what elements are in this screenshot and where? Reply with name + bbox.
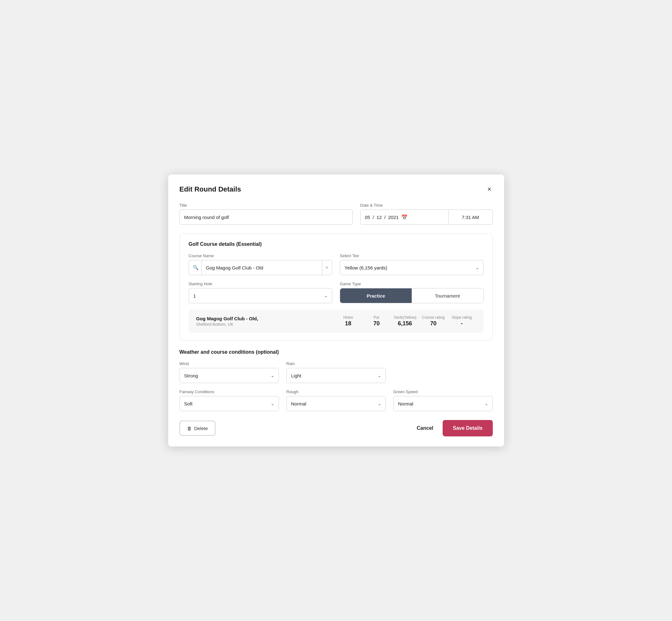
course-name-label: Course Name	[189, 253, 333, 258]
course-name-display: Gog Magog Golf Club - Old,	[196, 316, 334, 321]
wind-rain-row: Wind NoneLightModerateStrong ⌄ Rain None…	[179, 361, 493, 383]
fairway-dropdown[interactable]: SoftNormalHard	[179, 396, 279, 411]
yards-stat: Yards(Yellow) 6,156	[391, 315, 419, 327]
course-name-input[interactable]	[201, 260, 323, 275]
fairway-label: Fairway Conditions	[179, 389, 279, 394]
select-tee-group: Select Tee Yellow (6,156 yards) White Re…	[340, 253, 484, 275]
search-icon: 🔍	[193, 265, 199, 271]
green-speed-label: Green Speed	[393, 389, 493, 394]
slope-rating-value: -	[461, 320, 463, 327]
modal-header: Edit Round Details ×	[179, 184, 493, 194]
rough-wrapper: SoftNormalHard ⌄	[287, 396, 386, 411]
delete-button[interactable]: 🗑 Delete	[179, 421, 215, 436]
course-location: Shelford Bottom, UK	[196, 322, 334, 327]
delete-label: Delete	[194, 426, 208, 431]
starting-hole-game-type-row: Starting Hole 1234 5678 910 ⌄ Game Type …	[189, 282, 484, 303]
time-input-wrapper[interactable]: 7:31 AM	[449, 210, 493, 225]
rain-label: Rain	[287, 361, 386, 366]
starting-hole-wrapper: 1234 5678 910 ⌄	[189, 288, 333, 303]
date-time-row: 05 / 12 / 2021 📅 7:31 AM	[360, 210, 493, 225]
save-button[interactable]: Save Details	[443, 420, 493, 437]
top-row: Title Date & Time 05 / 12 / 2021 📅 7:31 …	[179, 203, 493, 225]
modal-footer: 🗑 Delete Cancel Save Details	[179, 420, 493, 437]
date-input-wrapper[interactable]: 05 / 12 / 2021 📅	[360, 210, 449, 225]
course-info-card: Gog Magog Golf Club - Old, Shelford Bott…	[189, 309, 484, 333]
yards-value: 6,156	[398, 320, 412, 327]
select-tee-dropdown[interactable]: Yellow (6,156 yards) White Red Blue	[340, 260, 484, 275]
rain-dropdown[interactable]: NoneLightModerateHeavy	[287, 368, 386, 383]
fairway-rough-green-row: Fairway Conditions SoftNormalHard ⌄ Roug…	[179, 389, 493, 411]
course-info-name: Gog Magog Golf Club - Old, Shelford Bott…	[196, 316, 334, 327]
modal-title: Edit Round Details	[179, 185, 241, 194]
tournament-button[interactable]: Tournament	[412, 288, 483, 303]
par-value: 70	[373, 320, 380, 327]
green-speed-dropdown[interactable]: SlowNormalFast	[393, 396, 493, 411]
green-speed-group: Green Speed SlowNormalFast ⌄	[393, 389, 493, 411]
course-name-group: Course Name 🔍 ✕	[189, 253, 333, 275]
course-name-wrapper: 🔍 ✕	[189, 260, 333, 275]
select-tee-label: Select Tee	[340, 253, 484, 258]
close-button[interactable]: ×	[486, 184, 493, 194]
date-day: 12	[376, 215, 382, 220]
wind-dropdown[interactable]: NoneLightModerateStrong	[179, 368, 279, 383]
holes-label: Holes	[343, 315, 353, 320]
course-rating-stat: Course rating 70	[419, 315, 448, 327]
rough-group: Rough SoftNormalHard ⌄	[287, 389, 386, 411]
starting-hole-dropdown[interactable]: 1234 5678 910	[189, 288, 333, 303]
date-month: 05	[365, 215, 370, 220]
yards-label: Yards(Yellow)	[393, 315, 416, 320]
cancel-button[interactable]: Cancel	[414, 425, 436, 431]
select-tee-wrapper: Yellow (6,156 yards) White Red Blue ⌄	[340, 260, 484, 275]
slope-rating-stat: Slope rating -	[448, 315, 476, 327]
wind-wrapper: NoneLightModerateStrong ⌄	[179, 368, 279, 383]
game-type-label: Game Type	[340, 282, 484, 286]
calendar-icon[interactable]: 📅	[401, 214, 408, 220]
title-group: Title	[179, 203, 353, 225]
date-group: Date & Time 05 / 12 / 2021 📅 7:31 AM	[360, 203, 493, 225]
par-label: Par	[374, 315, 380, 320]
starting-hole-label: Starting Hole	[189, 282, 333, 286]
green-speed-wrapper: SlowNormalFast ⌄	[393, 396, 493, 411]
golf-section-title: Golf Course details (Essential)	[189, 241, 484, 247]
rain-group: Rain NoneLightModerateHeavy ⌄	[287, 361, 386, 383]
wind-label: Wind	[179, 361, 279, 366]
practice-button[interactable]: Practice	[340, 288, 412, 303]
slope-rating-label: Slope rating	[452, 315, 472, 320]
game-type-group: Game Type Practice Tournament	[340, 282, 484, 303]
holes-stat: Holes 18	[334, 315, 363, 327]
rough-label: Rough	[287, 389, 386, 394]
course-rating-value: 70	[430, 320, 436, 327]
starting-hole-group: Starting Hole 1234 5678 910 ⌄	[189, 282, 333, 303]
wind-group: Wind NoneLightModerateStrong ⌄	[179, 361, 279, 383]
weather-title: Weather and course conditions (optional)	[179, 349, 493, 355]
edit-round-modal: Edit Round Details × Title Date & Time 0…	[168, 174, 504, 447]
title-input[interactable]	[179, 210, 353, 225]
course-rating-label: Course rating	[422, 315, 445, 320]
footer-right: Cancel Save Details	[414, 420, 493, 437]
title-label: Title	[179, 203, 353, 208]
par-stat: Par 70	[363, 315, 391, 327]
date-sep1: /	[373, 215, 374, 220]
holes-value: 18	[345, 320, 351, 327]
date-sep2: /	[384, 215, 385, 220]
fairway-wrapper: SoftNormalHard ⌄	[179, 396, 279, 411]
trash-icon: 🗑	[187, 426, 192, 431]
weather-section: Weather and course conditions (optional)…	[179, 349, 493, 411]
game-type-toggle: Practice Tournament	[340, 288, 484, 303]
time-value: 7:31 AM	[462, 215, 479, 220]
rain-wrapper: NoneLightModerateHeavy ⌄	[287, 368, 386, 383]
course-name-tee-row: Course Name 🔍 ✕ Select Tee Yellow (6,156…	[189, 253, 484, 275]
clear-icon[interactable]: ✕	[325, 265, 329, 270]
golf-course-section: Golf Course details (Essential) Course N…	[179, 234, 493, 340]
date-time-label: Date & Time	[360, 203, 493, 208]
date-year: 2021	[388, 215, 398, 220]
rough-dropdown[interactable]: SoftNormalHard	[287, 396, 386, 411]
fairway-group: Fairway Conditions SoftNormalHard ⌄	[179, 389, 279, 411]
